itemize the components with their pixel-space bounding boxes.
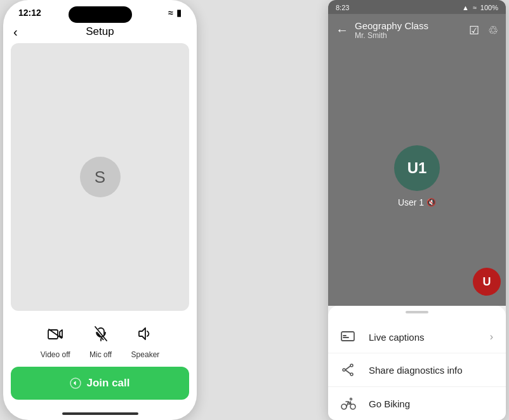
android-header: ← Geography Class Mr. Smith ☑ ♲ <box>328 14 506 46</box>
call-title: Geography Class <box>355 20 463 31</box>
speaker-label: Speaker <box>131 350 160 359</box>
user-avatar-left: S <box>80 157 121 197</box>
setup-title: Setup <box>86 25 114 38</box>
participant-name: User 1 🔇 <box>398 197 436 207</box>
video-off-icon <box>43 321 68 346</box>
status-icons-left: ≈ ▮ <box>168 8 182 18</box>
android-status-icons: ▲ ≈ 100% <box>462 4 498 11</box>
android-back-button[interactable]: ← <box>336 23 348 37</box>
back-button-left[interactable]: ‹ <box>13 25 18 39</box>
left-phone-header: ‹ Setup <box>3 20 197 43</box>
svg-point-4 <box>343 369 345 371</box>
right-phone: 8:23 ▲ ≈ 100% ← Geography Class Mr. Smit… <box>328 0 506 420</box>
people-icon[interactable]: ♲ <box>488 23 498 37</box>
speaker-icon <box>133 321 158 346</box>
android-time: 8:23 <box>336 4 349 11</box>
mic-off-label: Mic off <box>89 350 112 359</box>
participant-avatar: U1 <box>394 145 440 191</box>
battery-icon: ▮ <box>176 8 182 18</box>
svg-point-3 <box>350 373 353 376</box>
android-header-text: Geography Class Mr. Smith <box>355 20 463 40</box>
android-signal-icon: ▲ <box>462 4 469 11</box>
android-status-bar: 8:23 ▲ ≈ 100% <box>328 0 506 14</box>
time-left: 12:12 <box>18 8 41 18</box>
chat-icon[interactable]: ☑ <box>469 23 479 37</box>
go-biking-icon <box>341 397 359 410</box>
svg-point-6 <box>350 404 355 409</box>
android-battery: 100% <box>480 4 498 11</box>
left-phone: 12:12 ≈ ▮ ‹ Setup S Video off <box>3 0 197 420</box>
svg-rect-1 <box>341 332 354 341</box>
call-area: U1 User 1 🔇 U <box>328 46 506 306</box>
android-wifi-icon: ≈ <box>473 4 477 11</box>
share-diagnostics-item[interactable]: Share diagnostics info <box>328 353 506 387</box>
svg-point-5 <box>341 404 347 409</box>
svg-point-2 <box>350 364 353 367</box>
share-diagnostics-label: Share diagnostics info <box>369 365 493 376</box>
android-header-icons: ☑ ♲ <box>469 23 498 37</box>
join-call-button[interactable]: Join call <box>11 367 189 400</box>
live-captions-icon <box>341 331 359 343</box>
home-indicator-left <box>62 412 138 415</box>
mic-off-control[interactable]: Mic off <box>88 321 114 359</box>
speaker-control[interactable]: Speaker <box>131 321 160 359</box>
muted-icon: 🔇 <box>426 198 436 207</box>
live-captions-label: Live captions <box>369 332 490 343</box>
call-subtitle: Mr. Smith <box>355 31 463 40</box>
bottom-sheet: Live captions › Share diagnostics info <box>328 306 506 420</box>
video-off-control[interactable]: Video off <box>41 321 70 359</box>
wifi-icon: ≈ <box>168 8 173 18</box>
mic-off-icon <box>88 321 114 346</box>
video-preview: S <box>11 43 189 311</box>
go-biking-item[interactable]: Go Biking <box>328 387 506 420</box>
svg-point-7 <box>350 398 352 400</box>
share-diagnostics-icon <box>341 364 359 376</box>
gap-area <box>200 0 323 420</box>
controls-row: Video off Mic off Speaker <box>3 311 197 367</box>
video-off-label: Video off <box>41 350 70 359</box>
float-user-button[interactable]: U <box>473 268 501 296</box>
sheet-handle <box>406 311 428 313</box>
live-captions-item[interactable]: Live captions › <box>328 321 506 353</box>
go-biking-label: Go Biking <box>369 398 493 409</box>
join-call-label: Join call <box>86 377 129 390</box>
live-captions-chevron: › <box>490 331 493 343</box>
